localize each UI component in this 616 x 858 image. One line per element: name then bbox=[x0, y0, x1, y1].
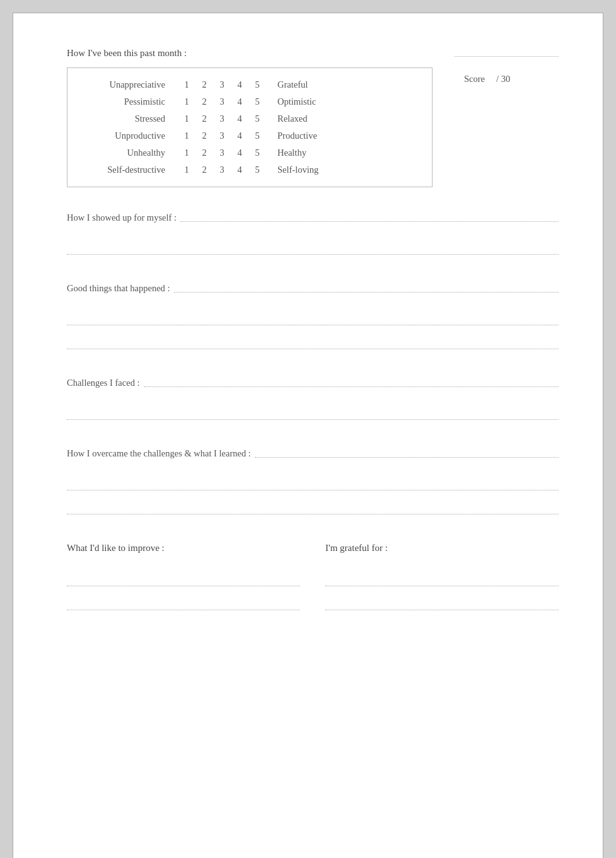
lines-group-showed-up bbox=[67, 231, 559, 255]
col-lines-improve bbox=[67, 562, 300, 610]
writing-line bbox=[67, 490, 559, 514]
section-label-text-showed-up: How I showed up for myself : bbox=[67, 212, 177, 223]
rating-number: 4 bbox=[231, 79, 248, 90]
section-label-text-challenges: Challenges I faced : bbox=[67, 378, 140, 388]
rating-number: 1 bbox=[178, 148, 195, 158]
rating-number: 1 bbox=[178, 165, 195, 175]
col-line bbox=[67, 562, 300, 586]
rating-left-label: Unappreciative bbox=[74, 79, 178, 90]
score-display: Score / 30 bbox=[464, 74, 510, 84]
rating-left-label: Unproductive bbox=[74, 130, 178, 141]
section-label-text-good-things: Good things that happened : bbox=[67, 283, 170, 294]
rating-right-label: Relaxed bbox=[266, 113, 335, 124]
rating-number: 1 bbox=[178, 130, 195, 141]
rating-number: 4 bbox=[231, 96, 248, 107]
section-label-overcame: How I overcame the challenges & what I l… bbox=[67, 448, 559, 459]
rating-left-label: Self-destructive bbox=[74, 165, 178, 175]
rating-right-label: Productive bbox=[266, 130, 335, 141]
lines-group-overcame bbox=[67, 467, 559, 514]
lines-group-challenges bbox=[67, 396, 559, 420]
rating-number: 4 bbox=[231, 165, 248, 175]
rating-row: Unproductive12345Productive bbox=[74, 130, 413, 141]
score-label: Score bbox=[464, 74, 485, 84]
writing-line bbox=[67, 396, 559, 420]
rating-number: 2 bbox=[195, 79, 213, 90]
rating-number: 4 bbox=[231, 113, 248, 124]
rating-right-label: Grateful bbox=[266, 79, 335, 90]
score-value: / 30 bbox=[496, 74, 510, 84]
rating-number: 3 bbox=[213, 79, 231, 90]
section-showed-up: How I showed up for myself : bbox=[67, 212, 559, 255]
rating-left-label: Pessimistic bbox=[74, 96, 178, 107]
col-label-improve: What I'd like to improve : bbox=[67, 543, 300, 554]
col-line bbox=[67, 586, 300, 610]
rating-number: 2 bbox=[195, 165, 213, 175]
rating-left-label: Stressed bbox=[74, 113, 178, 124]
rating-number: 4 bbox=[231, 148, 248, 158]
rating-row: Unhealthy12345Healthy bbox=[74, 148, 413, 158]
inline-line-good-things bbox=[174, 292, 559, 293]
writing-line bbox=[67, 301, 559, 325]
rating-number: 5 bbox=[248, 148, 266, 158]
writing-line bbox=[67, 325, 559, 349]
inline-line-overcame bbox=[255, 457, 559, 458]
col-line bbox=[325, 586, 559, 610]
section-label-good-things: Good things that happened : bbox=[67, 283, 559, 294]
rating-row: Stressed12345Relaxed bbox=[74, 113, 413, 124]
col-label-grateful: I'm grateful for : bbox=[325, 543, 559, 554]
section-label-showed-up: How I showed up for myself : bbox=[67, 212, 559, 223]
rating-number: 2 bbox=[195, 96, 213, 107]
score-section: Score / 30 bbox=[433, 67, 510, 84]
col-lines-grateful bbox=[325, 562, 559, 610]
rating-number: 1 bbox=[178, 79, 195, 90]
rating-number: 1 bbox=[178, 96, 195, 107]
rating-row: Pessimistic12345Optimistic bbox=[74, 96, 413, 107]
rating-right-label: Self-loving bbox=[266, 165, 335, 175]
rating-number: 2 bbox=[195, 113, 213, 124]
rating-number: 5 bbox=[248, 79, 266, 90]
writing-line bbox=[67, 467, 559, 490]
inline-line-showed-up bbox=[180, 221, 559, 222]
top-decorative-line bbox=[455, 56, 559, 57]
rating-number: 3 bbox=[213, 96, 231, 107]
section-label-text-overcame: How I overcame the challenges & what I l… bbox=[67, 448, 251, 459]
rating-number: 2 bbox=[195, 130, 213, 141]
rating-row: Unappreciative12345Grateful bbox=[74, 79, 413, 90]
rating-right-label: Healthy bbox=[266, 148, 335, 158]
rating-number: 4 bbox=[231, 130, 248, 141]
rating-number: 3 bbox=[213, 148, 231, 158]
rating-number: 5 bbox=[248, 113, 266, 124]
inline-line-challenges bbox=[144, 386, 559, 387]
how-been-title: How I've been this past month : bbox=[67, 48, 559, 59]
section-good-things: Good things that happened : bbox=[67, 283, 559, 349]
sections-container: How I showed up for myself :Good things … bbox=[67, 212, 559, 514]
lines-group-good-things bbox=[67, 301, 559, 349]
rating-row: Self-destructive12345Self-loving bbox=[74, 165, 413, 175]
bottom-two-col: What I'd like to improve :I'm grateful f… bbox=[67, 543, 559, 610]
rating-number: 2 bbox=[195, 148, 213, 158]
col-improve: What I'd like to improve : bbox=[67, 543, 300, 610]
rating-number: 5 bbox=[248, 96, 266, 107]
rating-number: 1 bbox=[178, 113, 195, 124]
rating-number: 3 bbox=[213, 113, 231, 124]
rating-right-label: Optimistic bbox=[266, 96, 335, 107]
section-label-challenges: Challenges I faced : bbox=[67, 378, 559, 388]
rating-table: Unappreciative12345GratefulPessimistic12… bbox=[67, 67, 433, 187]
rating-number: 3 bbox=[213, 130, 231, 141]
rating-left-label: Unhealthy bbox=[74, 148, 178, 158]
writing-line bbox=[67, 231, 559, 255]
section-overcame: How I overcame the challenges & what I l… bbox=[67, 448, 559, 514]
rating-number: 5 bbox=[248, 130, 266, 141]
rating-section: Unappreciative12345GratefulPessimistic12… bbox=[67, 67, 559, 187]
col-grateful: I'm grateful for : bbox=[325, 543, 559, 610]
section-challenges: Challenges I faced : bbox=[67, 378, 559, 420]
rating-number: 3 bbox=[213, 165, 231, 175]
journal-page: How I've been this past month : Unapprec… bbox=[13, 13, 603, 858]
col-line bbox=[325, 562, 559, 586]
rating-number: 5 bbox=[248, 165, 266, 175]
